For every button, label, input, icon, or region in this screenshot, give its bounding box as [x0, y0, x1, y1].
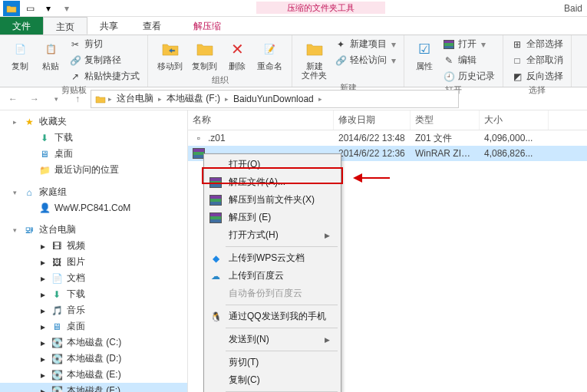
- computer-icon: 🖳: [23, 224, 35, 236]
- ctx-upload-wps[interactable]: ◆上传到WPS云文档: [206, 249, 339, 267]
- winrar-icon: [209, 194, 223, 206]
- nav-back-button[interactable]: ←: [5, 91, 21, 107]
- tab-share[interactable]: 共享: [87, 17, 130, 35]
- nav-tree[interactable]: ▸★收藏夹 ⬇下载 🖥桌面 📁最近访问的位置 ▾⌂家庭组 👤WwW.PC841.…: [0, 110, 188, 392]
- col-name[interactable]: 名称: [188, 110, 334, 130]
- desktop-icon: 🖥: [38, 148, 51, 160]
- tree-drive-d[interactable]: ▸💽本地磁盘 (D:): [0, 351, 187, 367]
- properties-button[interactable]: ☑属性: [411, 37, 438, 72]
- pasteshortcut-button[interactable]: ↗粘贴快捷方式: [68, 69, 141, 84]
- tree-hg-site[interactable]: 👤WwW.PC841.CoM: [0, 200, 187, 216]
- ctx-open[interactable]: 打开(O): [206, 156, 339, 173]
- delete-icon: ✕: [226, 38, 248, 60]
- tree-music[interactable]: ▸🎵音乐: [0, 302, 187, 318]
- folder-icon: [94, 93, 107, 105]
- nav-up-button[interactable]: ↑: [69, 91, 86, 107]
- moveto-icon: [160, 38, 181, 60]
- tree-drive-f[interactable]: ▸💽本地磁盘 (F:): [0, 383, 187, 392]
- selectall-icon: ⊞: [511, 38, 523, 51]
- tab-file[interactable]: 文件: [0, 17, 43, 35]
- ctx-copy[interactable]: 复制(C): [206, 371, 339, 389]
- edit-icon: ✎: [443, 54, 455, 67]
- tree-desktop2[interactable]: ▸🖥桌面: [0, 318, 187, 334]
- qat-explorer-icon[interactable]: [3, 1, 20, 16]
- selectnone-icon: □: [511, 54, 523, 67]
- history-icon: 🕘: [443, 71, 455, 83]
- invertselect-button[interactable]: ◩反向选择: [510, 69, 565, 84]
- nav-forward-button[interactable]: →: [26, 91, 43, 107]
- group-open: ☑属性 打开▾ ✎编辑 🕘历史记录 打开: [404, 35, 503, 87]
- drive-icon: 💽: [51, 385, 63, 393]
- history-button[interactable]: 🕘历史记录: [441, 69, 496, 84]
- paste-button[interactable]: 📋粘贴: [37, 37, 64, 72]
- file-icon: ▫: [193, 132, 205, 144]
- nav-recent-button[interactable]: ▾: [48, 91, 64, 107]
- copy-button[interactable]: 📄复制: [6, 37, 34, 72]
- file-row[interactable]: ▫.z01 2014/6/22 13:48 Z01 文件 4,096,000..…: [188, 130, 587, 146]
- tree-recent[interactable]: 📁最近访问的位置: [0, 162, 187, 178]
- copyto-button[interactable]: 复制到: [189, 37, 220, 72]
- user-icon: 👤: [38, 202, 51, 214]
- ctx-send-qq[interactable]: 🐧通过QQ发送到我的手机: [206, 308, 339, 325]
- ctx-upload-baidu[interactable]: ☁上传到百度云: [206, 267, 339, 285]
- tree-downloads2[interactable]: ▸⬇下载: [0, 286, 187, 302]
- drive-icon: 💽: [51, 337, 63, 349]
- tree-downloads[interactable]: ⬇下载: [0, 130, 187, 146]
- selectnone-button[interactable]: □全部取消: [510, 53, 565, 68]
- ctx-auto-backup: 自动备份到百度云: [206, 285, 339, 302]
- crumb-drive[interactable]: 本地磁盘 (F:): [163, 91, 223, 107]
- group-organize: 移动到 复制到 ✕删除 📝重命名 组织: [148, 35, 292, 87]
- col-size[interactable]: 大小: [480, 110, 549, 130]
- ctx-extract-here[interactable]: 解压到当前文件夹(X): [206, 191, 339, 209]
- ctx-extract-to[interactable]: 解压到 (E): [206, 209, 339, 226]
- copypath-button[interactable]: 🔗复制路径: [68, 53, 141, 68]
- chevron-right-icon: ▶: [325, 232, 330, 239]
- tree-homegroup[interactable]: ▾⌂家庭组: [0, 184, 187, 200]
- qat-properties-icon[interactable]: ▭: [21, 1, 38, 16]
- open-button[interactable]: 打开▾: [441, 37, 496, 51]
- delete-button[interactable]: ✕删除: [223, 37, 251, 72]
- chevron-right-icon: ▶: [325, 336, 330, 344]
- video-icon: 🎞: [51, 240, 63, 252]
- col-date[interactable]: 修改日期: [334, 110, 411, 130]
- cut-button[interactable]: ✂剪切: [68, 37, 141, 51]
- rename-icon: 📝: [259, 38, 281, 60]
- newitem-button[interactable]: ✦新建项目▾: [333, 37, 397, 51]
- tree-favorites[interactable]: ▸★收藏夹: [0, 114, 187, 130]
- tab-extract[interactable]: 解压缩: [181, 17, 233, 35]
- ctx-cut[interactable]: 剪切(T): [206, 354, 339, 371]
- picture-icon: 🖼: [51, 256, 63, 268]
- ctx-extract-files[interactable]: 解压文件(A)...: [206, 173, 339, 191]
- selectall-button[interactable]: ⊞全部选择: [510, 37, 565, 51]
- crumb-root[interactable]: 这台电脑: [114, 91, 157, 107]
- download-icon: ⬇: [51, 288, 63, 301]
- tree-pictures[interactable]: ▸🖼图片: [0, 254, 187, 270]
- music-icon: 🎵: [51, 305, 63, 317]
- tree-drive-e[interactable]: ▸💽本地磁盘 (E:): [0, 367, 187, 383]
- recent-icon: 📁: [38, 164, 51, 176]
- newfolder-button[interactable]: 新建 文件夹: [298, 37, 330, 81]
- crumb-folder[interactable]: BaiduYunDownload: [230, 92, 317, 106]
- tree-drive-c[interactable]: ▸💽本地磁盘 (C:): [0, 334, 187, 351]
- tab-view[interactable]: 查看: [130, 17, 173, 35]
- tab-home[interactable]: 主页: [43, 17, 87, 35]
- context-menu: 打开(O) 解压文件(A)... 解压到当前文件夹(X) 解压到 (E) 打开方…: [203, 153, 341, 392]
- qat-newfolder-icon[interactable]: ▾: [40, 1, 57, 16]
- moveto-button[interactable]: 移动到: [154, 37, 186, 72]
- tree-desktop[interactable]: 🖥桌面: [0, 146, 187, 162]
- qq-icon: 🐧: [209, 311, 223, 323]
- ctx-open-with[interactable]: 打开方式(H)▶: [206, 226, 339, 244]
- rename-button[interactable]: 📝重命名: [254, 37, 285, 72]
- qat-dropdown-icon[interactable]: ▾: [58, 1, 75, 16]
- tree-thispc[interactable]: ▾🖳这台电脑: [0, 222, 187, 238]
- app-name: Baid: [564, 3, 587, 14]
- ctx-send-to[interactable]: 发送到(N)▶: [206, 331, 339, 348]
- tree-videos[interactable]: ▸🎞视频: [0, 238, 187, 254]
- easyaccess-button[interactable]: 🔗轻松访问▾: [333, 53, 397, 68]
- edit-button[interactable]: ✎编辑: [441, 53, 496, 68]
- newitem-icon: ✦: [335, 38, 347, 51]
- contextual-tab-label: 压缩的文件夹工具: [256, 2, 385, 14]
- tree-documents[interactable]: ▸📄文档: [0, 270, 187, 286]
- col-type[interactable]: 类型: [411, 110, 480, 130]
- address-bar[interactable]: ▸ 这台电脑 ▸ 本地磁盘 (F:) ▸ BaiduYunDownload ▸: [91, 90, 459, 108]
